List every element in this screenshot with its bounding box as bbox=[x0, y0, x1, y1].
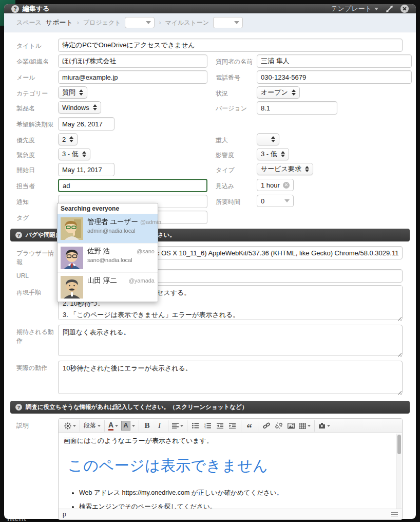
estimate-label: 見込み bbox=[216, 179, 257, 191]
urgency-value: 3 - 低 bbox=[62, 150, 79, 159]
align-button[interactable] bbox=[171, 420, 184, 432]
type-label: タイプ bbox=[216, 163, 257, 175]
priority-label: 優先度 bbox=[16, 133, 58, 145]
expected-textarea[interactable]: 問題なく表示される。 bbox=[58, 325, 403, 356]
phone-input[interactable] bbox=[257, 70, 412, 84]
type-select[interactable]: サービス要求 bbox=[257, 163, 313, 175]
list-item: 検索エンジンでそのページを探してください。 bbox=[79, 502, 392, 509]
user-handle: @sano bbox=[137, 248, 155, 254]
bullet-list-button[interactable] bbox=[190, 420, 201, 432]
issue-form: タイトル 企業/組織名 質問者の名前 メール 電話番号 bbox=[4, 32, 416, 522]
link-button[interactable] bbox=[261, 420, 272, 432]
editor-statusbar: p bbox=[59, 509, 402, 519]
chevron-down-icon bbox=[284, 199, 290, 202]
chevron-down-icon bbox=[73, 425, 76, 427]
insert-image-button[interactable] bbox=[285, 420, 297, 432]
company-input[interactable] bbox=[58, 54, 207, 68]
select-arrows-icon bbox=[281, 151, 285, 157]
editor-resize-grip[interactable] bbox=[391, 512, 398, 517]
email-input[interactable] bbox=[58, 70, 207, 84]
editor-toolbar: 段落 A A bbox=[59, 419, 402, 433]
repro-steps-label: 再現手順 bbox=[16, 285, 58, 297]
scrollbar-thumb[interactable] bbox=[397, 435, 401, 454]
template-dropdown-button[interactable]: テンプレート bbox=[331, 4, 378, 13]
outdent-button[interactable] bbox=[215, 420, 226, 432]
select-arrows-icon bbox=[93, 104, 97, 110]
user-email: sano@nadia.local bbox=[87, 257, 155, 263]
category-select[interactable]: 質問 bbox=[58, 86, 87, 99]
due-date-input[interactable] bbox=[58, 117, 114, 130]
close-icon[interactable] bbox=[400, 5, 409, 13]
bold-button[interactable]: B bbox=[142, 420, 153, 432]
description-editor: 段落 A A bbox=[58, 418, 403, 520]
chevron-down-icon bbox=[146, 21, 151, 24]
title-input[interactable] bbox=[58, 39, 403, 52]
start-date-input[interactable] bbox=[58, 163, 114, 176]
category-label: カテゴリー bbox=[16, 86, 58, 99]
insert-table-button[interactable] bbox=[298, 420, 312, 432]
edit-issue-dialog: ? 編集する テンプレート スペース サポート › プロジェクト › マイルスト… bbox=[4, 4, 416, 519]
browser-info-label: ブラウザー情報 bbox=[16, 246, 58, 267]
actual-hours-select[interactable]: 0 bbox=[257, 195, 294, 207]
tags-label: タグ bbox=[16, 211, 58, 222]
chevron-down-icon bbox=[308, 425, 311, 427]
unlink-button[interactable] bbox=[273, 420, 284, 432]
space-name[interactable]: サポート bbox=[46, 18, 73, 27]
editor-scrollbar[interactable] bbox=[396, 434, 402, 509]
assignee-autocomplete-dropdown: Searching everyone 管理者 ユーザー @admin admin… bbox=[57, 203, 158, 302]
insert-plugin-button[interactable] bbox=[317, 420, 331, 432]
blockquote-button[interactable]: “ bbox=[244, 420, 255, 432]
numbered-list-button[interactable]: 123 bbox=[202, 420, 214, 432]
background-color-button[interactable]: A bbox=[120, 420, 136, 432]
image-icon bbox=[288, 423, 295, 429]
error-page-heading: このページは表示できません bbox=[68, 456, 392, 476]
requester-label: 質問者の名前 bbox=[216, 54, 257, 68]
milestone-select[interactable] bbox=[213, 17, 243, 28]
element-path: p bbox=[63, 511, 66, 518]
paragraph-format-button[interactable]: 段落 bbox=[83, 420, 102, 432]
product-select[interactable]: Windows bbox=[58, 101, 101, 114]
requester-input[interactable] bbox=[257, 54, 412, 68]
space-label: スペース bbox=[16, 18, 42, 27]
milestone-label: マイルストーン bbox=[165, 18, 209, 27]
autocomplete-header: Searching everyone bbox=[58, 203, 158, 214]
project-select[interactable] bbox=[125, 17, 155, 28]
italic-button[interactable]: I bbox=[154, 420, 165, 432]
remove-estimate-icon[interactable] bbox=[283, 182, 290, 189]
product-value: Windows bbox=[62, 104, 89, 111]
select-arrows-icon bbox=[271, 136, 275, 142]
help-icon: ? bbox=[11, 5, 19, 13]
assignee-input[interactable] bbox=[58, 179, 207, 192]
plugin-icon bbox=[318, 422, 326, 429]
avatar bbox=[61, 217, 83, 240]
unlink-icon bbox=[275, 422, 282, 429]
select-arrows-icon bbox=[82, 151, 86, 157]
user-name: 佐野 浩 bbox=[87, 247, 110, 256]
priority-value: 2 bbox=[62, 136, 66, 143]
select-arrows-icon bbox=[305, 166, 309, 172]
autocomplete-item-sano[interactable]: 佐野 浩 @sano sano@nadia.local bbox=[58, 243, 158, 272]
autocomplete-item-admin[interactable]: 管理者 ユーザー @admin admin@nadia.local bbox=[58, 214, 158, 243]
editor-content[interactable]: 画面にはこのようなエラーが表示されています。 このページは表示できません Web… bbox=[59, 433, 402, 509]
email-label: メール bbox=[16, 70, 58, 84]
editor-settings-button[interactable] bbox=[63, 420, 77, 432]
severity-select[interactable] bbox=[257, 133, 279, 145]
actual-textarea[interactable]: 10秒待たされた後にエラーが表示される。 bbox=[58, 361, 403, 394]
indent-button[interactable] bbox=[227, 420, 238, 432]
status-select[interactable]: オープン bbox=[257, 86, 300, 99]
section-bar-investigation: ? 調査に役立ちそうな情報があれば記入してください。（スクリーンショットなど） bbox=[10, 401, 410, 414]
actual-hours-value: 0 bbox=[261, 197, 264, 205]
text-color-icon: A bbox=[108, 421, 113, 431]
priority-select[interactable]: 2 bbox=[58, 133, 78, 145]
status-label: 状況 bbox=[216, 86, 257, 99]
impact-select[interactable]: 3 - 低 bbox=[257, 148, 289, 160]
autocomplete-item-yamada[interactable]: 山田 淳二 @yamada bbox=[58, 272, 158, 302]
text-color-button[interactable]: A bbox=[107, 420, 119, 432]
version-input[interactable] bbox=[257, 101, 337, 115]
urgency-select[interactable]: 3 - 低 bbox=[58, 148, 90, 160]
list-item: Web アドレス https://my.onedrive.com が正しいか確か… bbox=[79, 489, 392, 497]
description-label: 説明 bbox=[16, 418, 58, 430]
version-label: バージョン bbox=[216, 101, 257, 115]
expand-icon[interactable] bbox=[386, 5, 393, 13]
user-name: 管理者 ユーザー bbox=[87, 217, 138, 227]
